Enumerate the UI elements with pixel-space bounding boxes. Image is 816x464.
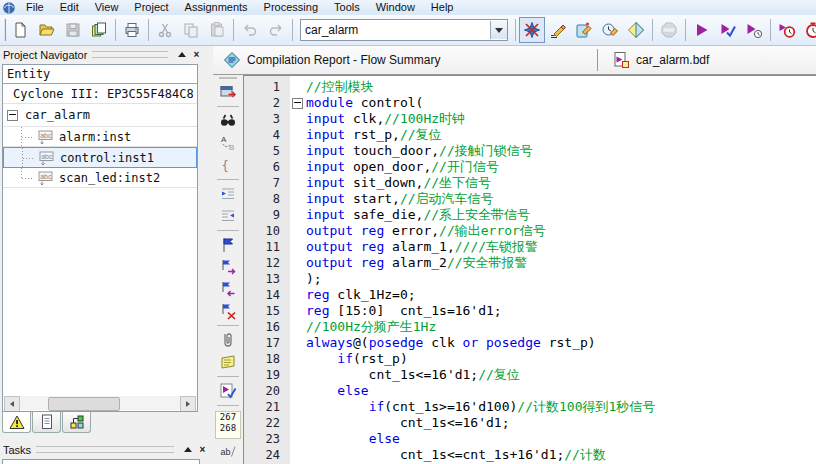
bookmark-button[interactable] xyxy=(216,234,240,256)
collapse-tasks-button[interactable] xyxy=(181,443,194,456)
code-text[interactable]: cnt_1s<=cnt_1s+16'd1;//计数 xyxy=(306,447,816,463)
code-text[interactable]: input touch_door,//接触门锁信号 xyxy=(306,143,816,159)
scroll-right-button[interactable] xyxy=(180,396,196,412)
code-text[interactable]: else xyxy=(306,431,816,447)
paste-button[interactable] xyxy=(204,17,230,43)
code-line[interactable]: 1//控制模块 xyxy=(244,79,816,95)
code-line[interactable]: 13); xyxy=(244,271,816,287)
replace-button[interactable]: AB xyxy=(216,132,240,154)
code-line[interactable]: 16//100Hz分频产生1Hz xyxy=(244,319,816,335)
open-file-button[interactable] xyxy=(34,17,60,43)
code-text[interactable]: output reg alarm_2//安全带报警 xyxy=(306,255,816,271)
code-line[interactable]: 11output reg alarm_1,////车锁报警 xyxy=(244,239,816,255)
collapse-node-icon[interactable] xyxy=(7,110,18,121)
compiler-settings-button[interactable] xyxy=(519,17,545,43)
bookmark-next-button[interactable] xyxy=(216,256,240,278)
braces-button[interactable]: { } xyxy=(216,154,240,176)
menu-project[interactable]: Project xyxy=(126,0,176,15)
toolbar-grip[interactable] xyxy=(219,77,237,79)
menu-assignments[interactable]: Assignments xyxy=(177,0,256,15)
doc-tab-compilation-report[interactable]: Compilation Report - Flow Summary xyxy=(213,46,593,74)
save-all-button[interactable] xyxy=(86,17,112,43)
menu-view[interactable]: View xyxy=(87,0,127,15)
code-text[interactable]: input rst_p,//复位 xyxy=(306,127,816,143)
code-text[interactable]: module control( xyxy=(306,95,816,111)
toolbar-grip[interactable] xyxy=(4,19,6,41)
stop-button[interactable] xyxy=(656,17,682,43)
tree-row-instance-control[interactable]: abccontrol:inst1 xyxy=(3,147,197,168)
code-line[interactable]: 4input rst_p,//复位 xyxy=(244,127,816,143)
code-text[interactable]: cnt_1s<=16'd1; xyxy=(306,415,816,431)
collapse-panel-button[interactable] xyxy=(175,48,188,61)
design-units-tab[interactable] xyxy=(62,412,91,433)
text-marker-button[interactable]: ab xyxy=(216,441,240,463)
outdent-button[interactable] xyxy=(216,205,240,227)
bookmark-prev-button[interactable] xyxy=(216,278,240,300)
code-line[interactable]: 22 cnt_1s<=16'd1; xyxy=(244,415,816,431)
code-line[interactable]: 12output reg alarm_2//安全带报警 xyxy=(244,255,816,271)
code-line[interactable]: 17always@(posedge clk or posedge rst_p) xyxy=(244,335,816,351)
timer-button[interactable] xyxy=(800,17,816,43)
code-line[interactable]: 8input start,//启动汽车信号 xyxy=(244,191,816,207)
code-text[interactable]: if(rst_p) xyxy=(306,351,816,367)
code-text[interactable]: input safe_die,//系上安全带信号 xyxy=(306,207,816,223)
assignment-pencil-button[interactable] xyxy=(545,17,571,43)
code-text[interactable]: reg [15:0] cnt_1s=16'd1; xyxy=(306,303,816,319)
scroll-left-button[interactable] xyxy=(4,396,20,412)
code-line[interactable]: 18 if(rst_p) xyxy=(244,351,816,367)
close-tasks-button[interactable]: × xyxy=(196,443,209,456)
settings-button[interactable] xyxy=(571,17,597,43)
start-timing-button[interactable] xyxy=(741,17,767,43)
tree-row-instance-scan_led[interactable]: abcscan_led:inst2 xyxy=(3,168,197,188)
bookmark-clear-button[interactable] xyxy=(216,300,240,322)
find-button[interactable] xyxy=(216,110,240,132)
panel-grip[interactable] xyxy=(36,446,174,453)
tree-row-instance-alarm[interactable]: abcalarm:inst xyxy=(3,127,197,147)
code-line[interactable]: 9input safe_die,//系上安全带信号 xyxy=(244,207,816,223)
doc-tab-bdf[interactable]: car_alarm.bdf xyxy=(602,46,719,74)
code-line[interactable]: 19 cnt_1s<=16'd1;//复位 xyxy=(244,367,816,383)
code-line[interactable]: 21 if(cnt_1s>=16'd100)//计数100得到1秒信号 xyxy=(244,399,816,415)
assignments-button[interactable] xyxy=(623,17,649,43)
code-line[interactable]: 3input clk,//100Hz时钟 xyxy=(244,111,816,127)
menu-tools[interactable]: Tools xyxy=(326,0,368,15)
code-line[interactable]: 20 else xyxy=(244,383,816,399)
code-line[interactable]: 24 cnt_1s<=cnt_1s+16'd1;//计数 xyxy=(244,447,816,463)
attach-button[interactable] xyxy=(216,329,240,351)
cut-button[interactable] xyxy=(152,17,178,43)
panel-grip[interactable] xyxy=(92,51,168,58)
timer-fast-button[interactable] xyxy=(774,17,800,43)
code-line[interactable]: 23 else xyxy=(244,431,816,447)
menu-edit[interactable]: Edit xyxy=(52,0,87,15)
start-analysis-button[interactable] xyxy=(715,17,741,43)
code-text[interactable]: input start,//启动汽车信号 xyxy=(306,191,816,207)
code-text[interactable]: output reg error,//输出error信号 xyxy=(306,223,816,239)
files-tab[interactable] xyxy=(32,412,61,433)
code-line[interactable]: 10output reg error,//输出error信号 xyxy=(244,223,816,239)
project-select-combo[interactable]: car_alarm xyxy=(300,19,508,41)
tree-row-root[interactable]: car_alarm xyxy=(3,104,197,127)
hierarchy-warning-tab[interactable] xyxy=(2,412,31,433)
code-text[interactable]: if(cnt_1s>=16'd100)//计数100得到1秒信号 xyxy=(306,399,816,415)
menu-help[interactable]: Help xyxy=(423,0,462,15)
detach-window-button[interactable] xyxy=(216,81,240,103)
note-button[interactable] xyxy=(216,351,240,373)
code-text[interactable]: else xyxy=(306,383,816,399)
timing-settings-button[interactable] xyxy=(597,17,623,43)
code-line[interactable]: 15reg [15:0] cnt_1s=16'd1; xyxy=(244,303,816,319)
print-button[interactable] xyxy=(119,17,145,43)
navigator-hscrollbar[interactable] xyxy=(4,396,196,410)
menu-file[interactable]: File xyxy=(18,0,52,15)
tree-row-device[interactable]: Cyclone III: EP3C55F484C8 xyxy=(3,84,197,104)
code-text[interactable]: input sit_down,//坐下信号 xyxy=(306,175,816,191)
code-text[interactable]: always@(posedge clk or posedge rst_p) xyxy=(306,335,816,351)
code-line[interactable]: 6input open_door,//开门信号 xyxy=(244,159,816,175)
code-line[interactable]: 14reg clk_1Hz=0; xyxy=(244,287,816,303)
save-button[interactable] xyxy=(60,17,86,43)
code-line[interactable]: 2module control( xyxy=(244,95,816,111)
redo-button[interactable] xyxy=(263,17,289,43)
code-line[interactable]: 5input touch_door,//接触门锁信号 xyxy=(244,143,816,159)
analyze-button[interactable] xyxy=(216,380,240,402)
copy-button[interactable] xyxy=(178,17,204,43)
combo-dropdown-button[interactable] xyxy=(490,21,507,39)
